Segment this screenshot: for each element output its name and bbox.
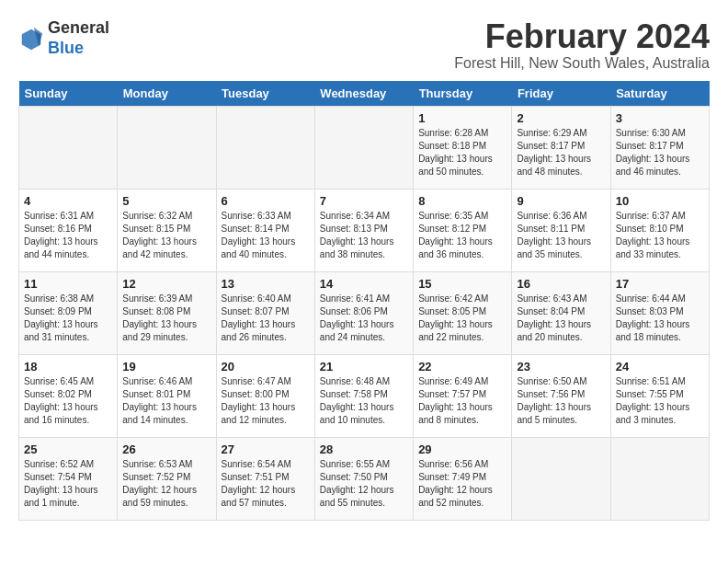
calendar-cell: 7Sunrise: 6:34 AM Sunset: 8:13 PM Daylig… <box>314 189 413 271</box>
day-info: Sunrise: 6:49 AM Sunset: 7:57 PM Dayligh… <box>418 375 506 427</box>
day-number: 6 <box>222 194 310 208</box>
day-number: 11 <box>24 277 112 291</box>
month-year: February 2024 <box>454 18 710 55</box>
day-info: Sunrise: 6:52 AM Sunset: 7:54 PM Dayligh… <box>24 458 112 510</box>
day-number: 14 <box>320 277 408 291</box>
calendar-cell: 22Sunrise: 6:49 AM Sunset: 7:57 PM Dayli… <box>414 354 512 437</box>
weekday-header: Monday <box>118 81 216 107</box>
day-info: Sunrise: 6:30 AM Sunset: 8:17 PM Dayligh… <box>616 127 704 178</box>
calendar-cell <box>610 437 709 520</box>
calendar-cell: 1Sunrise: 6:28 AM Sunset: 8:18 PM Daylig… <box>414 106 512 189</box>
calendar-cell: 20Sunrise: 6:47 AM Sunset: 8:00 PM Dayli… <box>216 354 314 437</box>
location: Forest Hill, New South Wales, Australia <box>454 55 710 72</box>
day-number: 19 <box>122 360 210 373</box>
day-number: 4 <box>24 194 112 208</box>
calendar-cell: 26Sunrise: 6:53 AM Sunset: 7:52 PM Dayli… <box>118 437 216 520</box>
day-number: 5 <box>122 194 210 208</box>
day-number: 9 <box>517 194 605 208</box>
day-number: 10 <box>616 194 704 208</box>
day-info: Sunrise: 6:51 AM Sunset: 7:55 PM Dayligh… <box>616 375 704 427</box>
weekday-header: Thursday <box>414 81 512 107</box>
day-number: 24 <box>616 360 704 373</box>
calendar-cell: 24Sunrise: 6:51 AM Sunset: 7:55 PM Dayli… <box>610 354 709 437</box>
day-info: Sunrise: 6:38 AM Sunset: 8:09 PM Dayligh… <box>24 293 112 344</box>
calendar-cell: 23Sunrise: 6:50 AM Sunset: 7:56 PM Dayli… <box>512 354 610 437</box>
day-info: Sunrise: 6:32 AM Sunset: 8:15 PM Dayligh… <box>122 210 210 261</box>
day-number: 7 <box>320 194 408 208</box>
calendar-cell: 5Sunrise: 6:32 AM Sunset: 8:15 PM Daylig… <box>118 189 216 271</box>
day-number: 28 <box>320 442 408 456</box>
day-number: 27 <box>222 442 310 456</box>
weekday-header: Wednesday <box>314 81 413 107</box>
calendar-week-row: 11Sunrise: 6:38 AM Sunset: 8:09 PM Dayli… <box>19 271 710 354</box>
day-number: 22 <box>418 360 506 373</box>
day-info: Sunrise: 6:56 AM Sunset: 7:49 PM Dayligh… <box>418 458 506 510</box>
day-info: Sunrise: 6:50 AM Sunset: 7:56 PM Dayligh… <box>517 375 605 427</box>
day-info: Sunrise: 6:31 AM Sunset: 8:16 PM Dayligh… <box>24 210 112 261</box>
day-number: 23 <box>517 360 605 373</box>
calendar-cell: 2Sunrise: 6:29 AM Sunset: 8:17 PM Daylig… <box>512 106 610 189</box>
day-number: 16 <box>517 277 605 291</box>
calendar-cell: 29Sunrise: 6:56 AM Sunset: 7:49 PM Dayli… <box>414 437 512 520</box>
day-number: 26 <box>122 442 210 456</box>
day-info: Sunrise: 6:47 AM Sunset: 8:00 PM Dayligh… <box>222 375 310 427</box>
calendar-cell: 10Sunrise: 6:37 AM Sunset: 8:10 PM Dayli… <box>610 189 709 271</box>
day-number: 17 <box>616 277 704 291</box>
weekday-header: Saturday <box>610 81 709 107</box>
calendar-cell: 12Sunrise: 6:39 AM Sunset: 8:08 PM Dayli… <box>118 271 216 354</box>
day-info: Sunrise: 6:29 AM Sunset: 8:17 PM Dayligh… <box>517 127 605 178</box>
day-info: Sunrise: 6:39 AM Sunset: 8:08 PM Dayligh… <box>122 293 210 344</box>
weekday-header: Sunday <box>19 81 118 107</box>
page-header: General Blue February 2024 Forest Hill, … <box>18 18 710 72</box>
calendar-table: SundayMondayTuesdayWednesdayThursdayFrid… <box>18 81 710 521</box>
day-number: 2 <box>517 111 605 125</box>
calendar-cell: 6Sunrise: 6:33 AM Sunset: 8:14 PM Daylig… <box>216 189 314 271</box>
day-number: 18 <box>24 360 112 373</box>
weekday-header: Friday <box>512 81 610 107</box>
calendar-cell: 27Sunrise: 6:54 AM Sunset: 7:51 PM Dayli… <box>216 437 314 520</box>
day-number: 15 <box>418 277 506 291</box>
calendar-cell: 21Sunrise: 6:48 AM Sunset: 7:58 PM Dayli… <box>314 354 413 437</box>
calendar-cell: 3Sunrise: 6:30 AM Sunset: 8:17 PM Daylig… <box>610 106 709 189</box>
logo-icon <box>18 26 44 52</box>
calendar-cell: 25Sunrise: 6:52 AM Sunset: 7:54 PM Dayli… <box>19 437 118 520</box>
calendar-cell: 14Sunrise: 6:41 AM Sunset: 8:06 PM Dayli… <box>314 271 413 354</box>
day-number: 25 <box>24 442 112 456</box>
day-info: Sunrise: 6:53 AM Sunset: 7:52 PM Dayligh… <box>122 458 210 510</box>
calendar-cell: 13Sunrise: 6:40 AM Sunset: 8:07 PM Dayli… <box>216 271 314 354</box>
calendar-cell <box>118 106 216 189</box>
day-info: Sunrise: 6:54 AM Sunset: 7:51 PM Dayligh… <box>222 458 310 510</box>
day-number: 3 <box>616 111 704 125</box>
day-info: Sunrise: 6:37 AM Sunset: 8:10 PM Dayligh… <box>616 210 704 261</box>
day-info: Sunrise: 6:36 AM Sunset: 8:11 PM Dayligh… <box>517 210 605 261</box>
day-info: Sunrise: 6:33 AM Sunset: 8:14 PM Dayligh… <box>222 210 310 261</box>
calendar-cell: 19Sunrise: 6:46 AM Sunset: 8:01 PM Dayli… <box>118 354 216 437</box>
day-info: Sunrise: 6:44 AM Sunset: 8:03 PM Dayligh… <box>616 293 704 344</box>
weekday-header: Tuesday <box>216 81 314 107</box>
calendar-week-row: 4Sunrise: 6:31 AM Sunset: 8:16 PM Daylig… <box>19 189 710 271</box>
day-info: Sunrise: 6:55 AM Sunset: 7:50 PM Dayligh… <box>320 458 408 510</box>
logo: General Blue <box>18 18 109 58</box>
calendar-cell: 8Sunrise: 6:35 AM Sunset: 8:12 PM Daylig… <box>414 189 512 271</box>
day-number: 12 <box>122 277 210 291</box>
day-number: 29 <box>418 442 506 456</box>
day-info: Sunrise: 6:34 AM Sunset: 8:13 PM Dayligh… <box>320 210 408 261</box>
calendar-week-row: 25Sunrise: 6:52 AM Sunset: 7:54 PM Dayli… <box>19 437 710 520</box>
day-info: Sunrise: 6:48 AM Sunset: 7:58 PM Dayligh… <box>320 375 408 427</box>
day-info: Sunrise: 6:43 AM Sunset: 8:04 PM Dayligh… <box>517 293 605 344</box>
day-info: Sunrise: 6:40 AM Sunset: 8:07 PM Dayligh… <box>222 293 310 344</box>
day-number: 8 <box>418 194 506 208</box>
logo-blue: Blue <box>48 39 84 57</box>
calendar-cell: 28Sunrise: 6:55 AM Sunset: 7:50 PM Dayli… <box>314 437 413 520</box>
day-number: 1 <box>418 111 506 125</box>
calendar-cell: 9Sunrise: 6:36 AM Sunset: 8:11 PM Daylig… <box>512 189 610 271</box>
day-info: Sunrise: 6:46 AM Sunset: 8:01 PM Dayligh… <box>122 375 210 427</box>
day-info: Sunrise: 6:28 AM Sunset: 8:18 PM Dayligh… <box>418 127 506 178</box>
calendar-cell <box>512 437 610 520</box>
calendar-cell: 16Sunrise: 6:43 AM Sunset: 8:04 PM Dayli… <box>512 271 610 354</box>
calendar-cell: 18Sunrise: 6:45 AM Sunset: 8:02 PM Dayli… <box>19 354 118 437</box>
calendar-cell <box>216 106 314 189</box>
calendar-cell <box>314 106 413 189</box>
logo-general: General <box>48 18 109 37</box>
day-info: Sunrise: 6:41 AM Sunset: 8:06 PM Dayligh… <box>320 293 408 344</box>
